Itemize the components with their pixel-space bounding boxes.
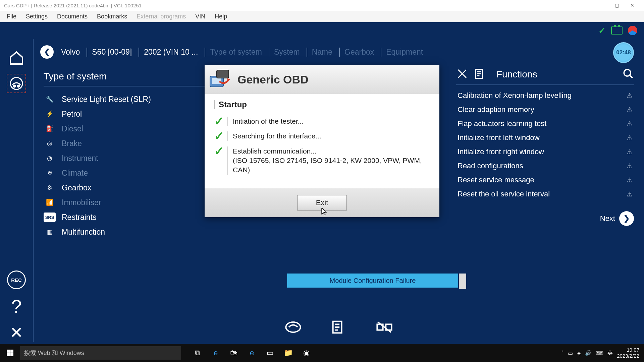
warning-icon: ⚠ — [627, 106, 633, 114]
svg-rect-13 — [10, 350, 13, 353]
step-text: Searching for the interface... — [233, 131, 321, 141]
menu-external-programs[interactable]: External programs — [132, 12, 190, 21]
breadcrumb-item[interactable]: S60 [00-09] — [87, 48, 137, 57]
function-item[interactable]: Read configurations⚠ — [456, 159, 634, 173]
breadcrumb-item: System — [269, 48, 305, 57]
obd-icon — [209, 69, 232, 89]
function-item[interactable]: Flap actuators learning test⚠ — [456, 117, 634, 131]
system-item-brake[interactable]: ◎Brake — [44, 136, 228, 151]
functions-title: Functions — [496, 69, 537, 80]
tools-icon — [456, 68, 468, 81]
left-sidebar: REC ? ✕ — [0, 39, 34, 342]
battery-tray-icon[interactable]: ▭ — [568, 350, 573, 356]
search-icon[interactable] — [623, 68, 634, 81]
system-item-restraints[interactable]: SRSRestraints — [44, 210, 228, 225]
function-item[interactable]: Reset the oil service interval⚠ — [456, 187, 634, 201]
close-button[interactable]: ✕ — [625, 0, 640, 11]
check-icon: ✓ — [214, 131, 228, 141]
connection-icon — [628, 26, 637, 35]
status-check-icon: ✓ — [598, 25, 606, 36]
session-timer: 02:48 — [613, 42, 634, 63]
warning-icon: ⚠ — [627, 148, 633, 156]
type-panel-title: Type of system — [44, 68, 228, 86]
wrench-icon: 🔧 — [44, 95, 56, 104]
battery-icon — [611, 26, 623, 35]
warning-icon: ⚠ — [627, 134, 633, 142]
start-button[interactable] — [0, 344, 20, 362]
store-icon[interactable]: 🛍 — [225, 345, 242, 361]
dialog-subtitle: Startup — [214, 100, 430, 109]
dialog-body: Startup ✓ Initiation of the tester... ✓ … — [205, 94, 439, 188]
menu-bookmarks[interactable]: Bookmarks — [93, 12, 131, 21]
diagnostics-icon[interactable] — [7, 74, 26, 93]
back-button[interactable]: ❮ — [40, 45, 54, 59]
menu-help[interactable]: Help — [211, 12, 231, 21]
breadcrumb: ❮ Volvo S60 [00-09] 2002 (VIN 10 ... Typ… — [34, 39, 644, 65]
system-item-petrol[interactable]: ⚡Petrol — [44, 107, 228, 121]
disconnect-icon[interactable] — [375, 319, 394, 335]
system-item-multifunction[interactable]: ▦Multifunction — [44, 225, 228, 239]
system-item-immobiliser[interactable]: 📶Immobiliser — [44, 195, 228, 210]
taskbar-clock[interactable]: 19:07 2023/2/22 — [617, 347, 639, 359]
menu-file[interactable]: File — [3, 12, 20, 21]
system-item-instrument[interactable]: ◔Instrument — [44, 151, 228, 166]
window-title: Cars CDP+ | Release 2021 (2021.11) code4… — [4, 3, 142, 8]
function-item[interactable]: Reset service message⚠ — [456, 173, 634, 187]
window-titlebar: Cars CDP+ | Release 2021 (2021.11) code4… — [0, 0, 644, 11]
maximize-button[interactable]: ▢ — [609, 0, 625, 11]
spark-icon: ⚡ — [44, 109, 56, 119]
menu-vin[interactable]: VIN — [191, 12, 209, 21]
gauge-icon: ◔ — [44, 154, 56, 163]
startup-step: ✓ Searching for the interface... — [214, 131, 430, 141]
tray-chevron-icon[interactable]: ˄ — [561, 350, 564, 356]
startup-step: ✓ Establish communication... (ISO 15765,… — [214, 146, 430, 175]
wifi-tray-icon[interactable]: ◈ — [577, 350, 581, 356]
function-item[interactable]: Calibration of Xenon-lamp levelling⚠ — [456, 88, 634, 103]
task-view-icon[interactable]: ⧉ — [189, 345, 206, 361]
breadcrumb-item[interactable]: 2002 (VIN 10 ... — [139, 48, 203, 57]
svg-rect-12 — [7, 350, 10, 353]
type-of-system-panel: Type of system 🔧Service Light Reset (SLR… — [34, 68, 228, 342]
app-icon[interactable]: ▭ — [262, 345, 278, 361]
windows-taskbar: 搜索 Web 和 Windows ⧉ e 🛍 e ▭ 📁 ◉ ˄ ▭ ◈ 🔊 ⌨… — [0, 344, 644, 362]
home-icon[interactable] — [7, 48, 26, 68]
edge-icon[interactable]: e — [207, 345, 224, 361]
taskbar-search[interactable]: 搜索 Web 和 Windows — [20, 346, 181, 360]
menu-settings[interactable]: Settings — [22, 12, 52, 21]
multifunction-icon: ▦ — [44, 227, 56, 237]
function-item[interactable]: Clear adaption memory⚠ — [456, 103, 634, 117]
system-item-slr[interactable]: 🔧Service Light Reset (SLR) — [44, 92, 228, 107]
ie-icon[interactable]: e — [244, 345, 260, 361]
system-item-gearbox[interactable]: ⚙Gearbox — [44, 180, 228, 195]
mouse-cursor — [321, 208, 327, 218]
minimize-button[interactable]: — — [594, 0, 609, 11]
module-config-failure-banner[interactable]: Module Configuration Failure — [287, 274, 458, 288]
ime-tray-icon[interactable]: ⌨ — [596, 350, 603, 356]
system-item-climate[interactable]: ❄Climate — [44, 166, 228, 180]
key-icon: 📶 — [44, 198, 56, 207]
svg-rect-11 — [217, 70, 229, 78]
report-icon[interactable] — [329, 319, 348, 335]
record-button[interactable]: REC — [7, 270, 26, 289]
next-button[interactable]: ❯ — [619, 211, 634, 226]
srs-icon: SRS — [44, 213, 56, 222]
svg-point-2 — [17, 85, 19, 87]
ime-lang[interactable]: 英 — [607, 350, 613, 357]
brake-icon: ◎ — [44, 139, 56, 148]
system-tray: ˄ ▭ ◈ 🔊 ⌨ 英 19:07 2023/2/22 — [561, 347, 644, 359]
function-item[interactable]: Initialize front right window⚠ — [456, 145, 634, 159]
menu-documents[interactable]: Documents — [53, 12, 92, 21]
system-item-diesel[interactable]: ⛽Diesel — [44, 121, 228, 136]
exit-icon[interactable]: ✕ — [10, 323, 23, 342]
scrollbar[interactable] — [459, 274, 466, 289]
breadcrumb-item: Equipment — [381, 48, 428, 57]
breadcrumb-item[interactable]: Volvo — [56, 48, 85, 57]
check-icon: ✓ — [214, 146, 228, 175]
help-icon[interactable]: ? — [11, 295, 21, 317]
dialog-title: Generic OBD — [237, 73, 309, 86]
volume-tray-icon[interactable]: 🔊 — [585, 350, 592, 356]
cdp-app-icon[interactable]: ◉ — [298, 345, 315, 361]
function-item[interactable]: Initialize front left window⚠ — [456, 131, 634, 145]
explorer-icon[interactable]: 📁 — [280, 345, 297, 361]
vehicle-scan-icon[interactable] — [284, 319, 303, 335]
